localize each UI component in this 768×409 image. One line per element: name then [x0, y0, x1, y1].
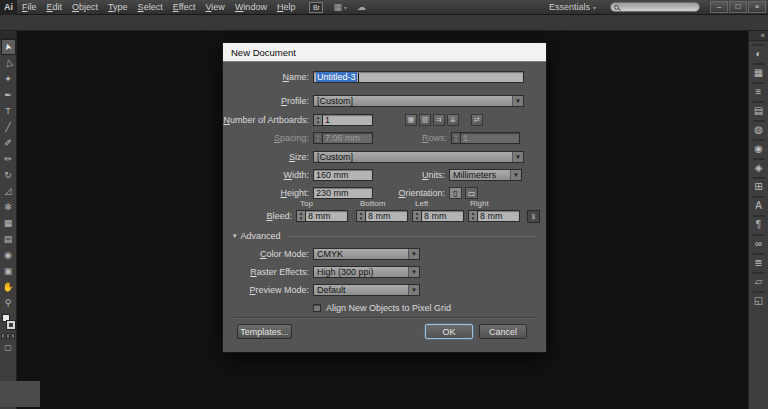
artboards-label: Number of Artboards:: [223, 115, 309, 125]
arrange-by-row-button[interactable]: ⇉: [433, 114, 445, 126]
links-panel-icon: ∞: [755, 238, 762, 250]
search-box[interactable]: [610, 2, 700, 12]
pixel-grid-checkbox[interactable]: [313, 304, 321, 312]
gradient-panel-button[interactable]: ▤: [750, 98, 768, 117]
arrange-documents-button[interactable]: ▦ ▾: [333, 2, 347, 12]
profile-select[interactable]: [Custom] ▼: [313, 95, 524, 107]
height-input[interactable]: 230 mm: [313, 187, 373, 199]
bleed-link-button[interactable]: ∞: [527, 210, 540, 223]
dialog-title-bar[interactable]: New Document: [223, 43, 546, 62]
templates-button[interactable]: Templates...: [237, 324, 292, 339]
menu-select[interactable]: Select: [133, 0, 168, 15]
orientation-landscape-button[interactable]: ▭: [465, 187, 478, 199]
appearance-panel-button[interactable]: ◉: [750, 136, 768, 155]
drawing-modes-buttons[interactable]: [1, 333, 15, 339]
orientation-label: Orientation:: [373, 188, 445, 198]
bleed-right-stepper[interactable]: ▴▾: [468, 210, 477, 222]
artboards-panel-button[interactable]: ⊞: [750, 174, 768, 193]
pathfinder-panel-icon: ◱: [754, 295, 763, 307]
artboard-tool-button[interactable]: ▣: [1, 263, 16, 279]
width-input[interactable]: 160 mm: [313, 169, 373, 181]
tools-panel-header[interactable]: [0, 31, 16, 39]
chevron-down-icon: ▼: [512, 96, 523, 106]
transform-panel-button[interactable]: ▱: [750, 269, 768, 288]
character-panel-button[interactable]: A: [750, 193, 768, 212]
menu-object[interactable]: Object: [67, 0, 103, 15]
bleed-right-input[interactable]: 8 mm: [477, 210, 520, 222]
menu-effect[interactable]: Effect: [168, 0, 201, 15]
bleed-top-label: Top: [300, 199, 313, 208]
size-select[interactable]: [Custom] ▼: [313, 151, 524, 163]
scale-tool-button[interactable]: ◿: [1, 183, 16, 199]
transparency-panel-icon: ◍: [754, 124, 763, 136]
type-tool-button[interactable]: T: [1, 103, 16, 119]
search-input[interactable]: [619, 3, 696, 12]
artboards-stepper[interactable]: ▴ ▾: [313, 114, 322, 126]
links-panel-button[interactable]: ∞: [750, 231, 768, 250]
bleed-bottom-stepper[interactable]: ▴▾: [356, 210, 365, 222]
rows-input: 1: [460, 132, 520, 144]
close-button[interactable]: ×: [748, 1, 766, 13]
pathfinder-panel-button[interactable]: ◱: [750, 288, 768, 307]
stroke-panel-button[interactable]: ≡: [750, 79, 768, 98]
align-panel-button[interactable]: ≣: [750, 250, 768, 269]
magic-wand-tool-button[interactable]: ✦: [1, 71, 16, 87]
bleed-bottom-input[interactable]: 8 mm: [365, 210, 408, 222]
dock-header[interactable]: «: [749, 31, 768, 41]
raster-effects-select[interactable]: High (300 ppi) ▼: [313, 266, 420, 278]
landscape-icon: ▭: [468, 189, 476, 198]
name-input[interactable]: Untitled-3: [313, 71, 524, 83]
eyedropper-tool-button[interactable]: ◉: [1, 247, 16, 263]
color-mode-select[interactable]: CMYK ▼: [313, 248, 420, 260]
bleed-top-input[interactable]: 8 mm: [305, 210, 348, 222]
artboards-input[interactable]: 1: [322, 114, 373, 126]
pencil-tool-button[interactable]: ✏: [1, 151, 16, 167]
rotate-tool-button[interactable]: ↻: [1, 167, 16, 183]
screen-mode-button[interactable]: ▢: [4, 343, 12, 352]
menu-help[interactable]: Help: [272, 0, 301, 15]
swatches-panel-button[interactable]: ▦: [750, 60, 768, 79]
paintbrush-tool-button[interactable]: ✐: [1, 135, 16, 151]
advanced-section-toggle[interactable]: ▾ Advanced: [233, 231, 536, 241]
menu-edit[interactable]: Edit: [42, 0, 68, 15]
direct-selection-tool-button[interactable]: ▷: [1, 55, 16, 71]
bleed-left-stepper[interactable]: ▴▾: [412, 210, 421, 222]
graph-tool-button[interactable]: ▦: [1, 215, 16, 231]
grid-by-row-button[interactable]: ▦: [405, 114, 417, 126]
zoom-tool-button[interactable]: ⚲: [1, 295, 16, 311]
layers-panel-button[interactable]: ◈: [750, 155, 768, 174]
arrange-by-column-button[interactable]: ⇊: [447, 114, 459, 126]
menu-type[interactable]: Type: [103, 0, 133, 15]
menu-file[interactable]: File: [17, 0, 42, 15]
menu-view[interactable]: View: [201, 0, 230, 15]
cancel-button[interactable]: Cancel: [479, 324, 527, 339]
bridge-button[interactable]: Br: [309, 2, 323, 13]
gradient-panel-icon: ▤: [754, 105, 763, 117]
ok-button[interactable]: OK: [425, 324, 473, 339]
line-segment-tool-button[interactable]: ╱: [1, 119, 16, 135]
hand-tool-button[interactable]: ✋: [1, 279, 16, 295]
transparency-panel-button[interactable]: ◍: [750, 117, 768, 136]
bleed-left-input[interactable]: 8 mm: [421, 210, 464, 222]
paragraph-panel-icon: ¶: [756, 219, 761, 231]
paragraph-panel-button[interactable]: ¶: [750, 212, 768, 231]
grid-by-column-button[interactable]: ▥: [419, 114, 431, 126]
preview-mode-select[interactable]: Default ▼: [313, 284, 420, 296]
stroke-color-swatch[interactable]: [7, 321, 15, 329]
units-select[interactable]: Millimeters ▼: [449, 169, 522, 181]
orientation-portrait-button[interactable]: ▯: [449, 187, 462, 199]
menu-window[interactable]: Window: [230, 0, 272, 15]
restore-button[interactable]: □: [729, 1, 747, 13]
symbol-sprayer-tool-button[interactable]: ✻: [1, 199, 16, 215]
cs-live-button[interactable]: ☁: [357, 2, 366, 12]
color-panel-button[interactable]: ◐: [750, 41, 768, 60]
fill-stroke-swatches[interactable]: [1, 314, 16, 329]
change-layout-direction-button[interactable]: ⇄: [471, 114, 483, 126]
pen-tool-button[interactable]: ✒: [1, 87, 16, 103]
selection-tool-button[interactable]: ➤: [1, 39, 16, 55]
minimize-button[interactable]: –: [710, 1, 728, 13]
gradient-tool-button[interactable]: ▤: [1, 231, 16, 247]
artboard-tool-icon: ▣: [4, 266, 13, 276]
bleed-top-stepper[interactable]: ▴▾: [296, 210, 305, 222]
workspace-switcher[interactable]: Essentials ▾: [549, 2, 596, 12]
